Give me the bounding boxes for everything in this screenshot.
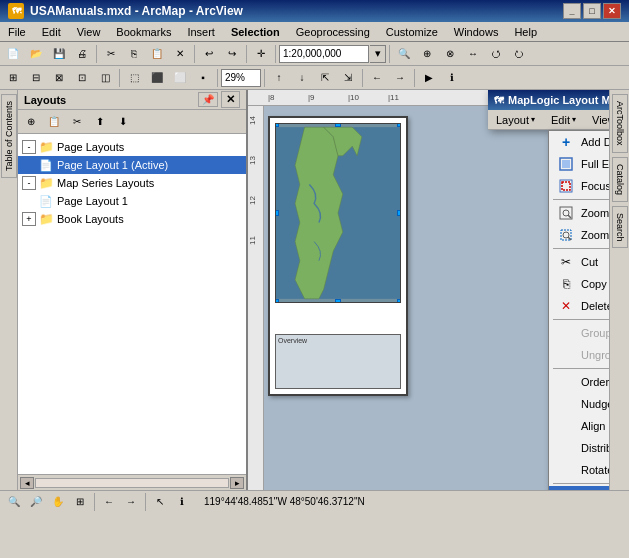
expander-book-layouts[interactable]: + — [22, 212, 36, 226]
tb2-7[interactable]: ⬛ — [146, 68, 168, 88]
scroll-track[interactable] — [35, 478, 229, 488]
panel-tb-5[interactable]: ⬇ — [112, 112, 134, 132]
ctx-focus-data-frame[interactable]: Focus Data Frame — [549, 175, 609, 197]
tb2-10[interactable]: ↑ — [268, 68, 290, 88]
ctx-ungroup[interactable]: Ungroup — [549, 344, 609, 366]
minimize-button[interactable]: _ — [563, 3, 581, 19]
tool3[interactable]: ⊗ — [439, 44, 461, 64]
pan-icon[interactable]: ✛ — [250, 44, 272, 64]
catalog-tab[interactable]: Catalog — [612, 157, 628, 202]
expander-map-series[interactable]: - — [22, 176, 36, 190]
delete-button[interactable]: ✕ — [169, 44, 191, 64]
save-button[interactable]: 💾 — [48, 44, 70, 64]
arctoolbox-tab[interactable]: ArcToolbox — [612, 94, 628, 153]
redo-button[interactable]: ↪ — [221, 44, 243, 64]
ctx-nudge[interactable]: Nudge ▶ — [549, 393, 609, 415]
panel-tb-2[interactable]: 📋 — [43, 112, 65, 132]
tb2-12[interactable]: ⇱ — [314, 68, 336, 88]
ctx-zoom-whole-page[interactable]: Zoom Whole Page — [549, 202, 609, 224]
tb2-13[interactable]: ⇲ — [337, 68, 359, 88]
info-tool[interactable]: ℹ — [172, 493, 192, 511]
tool6[interactable]: ⭮ — [508, 44, 530, 64]
tree-node-page-layouts[interactable]: - 📁 Page Layouts — [18, 138, 246, 156]
search-tab[interactable]: Search — [612, 206, 628, 249]
ctx-order[interactable]: Order ▶ — [549, 371, 609, 393]
zoom-input[interactable] — [221, 69, 261, 87]
ctx-add-data[interactable]: + Add Data... — [549, 131, 609, 153]
full-extent-tool[interactable]: ⊞ — [70, 493, 90, 511]
ctx-align[interactable]: Align ▶ — [549, 415, 609, 437]
menu-file[interactable]: File — [0, 22, 34, 41]
forward-view-tool[interactable]: → — [121, 493, 141, 511]
tb2-2[interactable]: ⊟ — [25, 68, 47, 88]
paste-button[interactable]: 📋 — [146, 44, 168, 64]
close-button[interactable]: ✕ — [603, 3, 621, 19]
menu-help[interactable]: Help — [506, 22, 545, 41]
ml-menu-layout[interactable]: Layout ▾ — [488, 110, 543, 129]
tb2-1[interactable]: ⊞ — [2, 68, 24, 88]
tool2[interactable]: ⊕ — [416, 44, 438, 64]
zoom-in-tool[interactable]: 🔍 — [4, 493, 24, 511]
maplogic-icon: 🗺 — [494, 95, 504, 106]
tb2-4[interactable]: ⊡ — [71, 68, 93, 88]
scale-input[interactable] — [279, 45, 369, 63]
tb2-16[interactable]: ▶ — [418, 68, 440, 88]
ctx-group[interactable]: Group — [549, 322, 609, 344]
ctx-delete[interactable]: ✕ Delete Delete — [549, 295, 609, 317]
tb2-3[interactable]: ⊠ — [48, 68, 70, 88]
scroll-left[interactable]: ◂ — [20, 477, 34, 489]
tb2-15[interactable]: → — [389, 68, 411, 88]
copy-button[interactable]: ⎘ — [123, 44, 145, 64]
ctx-copy[interactable]: ⎘ Copy Ctrl+C — [549, 273, 609, 295]
tb2-8[interactable]: ⬜ — [169, 68, 191, 88]
menu-selection[interactable]: Selection — [223, 22, 288, 41]
scroll-right[interactable]: ▸ — [230, 477, 244, 489]
expander-page-layouts[interactable]: - — [22, 140, 36, 154]
print-button[interactable]: 🖨 — [71, 44, 93, 64]
tree-node-map-series[interactable]: - 📁 Map Series Layouts — [18, 174, 246, 192]
menu-edit[interactable]: Edit — [34, 22, 69, 41]
panel-tb-4[interactable]: ⬆ — [89, 112, 111, 132]
ml-menu-edit[interactable]: Edit ▾ — [543, 110, 584, 129]
tb2-6[interactable]: ⬚ — [123, 68, 145, 88]
tb2-9[interactable]: ▪ — [192, 68, 214, 88]
ctx-rotate-flip[interactable]: Rotate or Flip ▶ — [549, 459, 609, 481]
tool5[interactable]: ⭯ — [485, 44, 507, 64]
tb2-11[interactable]: ↓ — [291, 68, 313, 88]
cut-button[interactable]: ✂ — [100, 44, 122, 64]
new-button[interactable]: 📄 — [2, 44, 24, 64]
zoom-out-tool[interactable]: 🔎 — [26, 493, 46, 511]
maximize-button[interactable]: □ — [583, 3, 601, 19]
ctx-properties[interactable]: Properties... — [549, 486, 609, 490]
menu-customize[interactable]: Customize — [378, 22, 446, 41]
undo-button[interactable]: ↩ — [198, 44, 220, 64]
ctx-zoom-selected[interactable]: Zoom to Selected Elements — [549, 224, 609, 246]
select-tool[interactable]: ↖ — [150, 493, 170, 511]
panel-tb-1[interactable]: ⊕ — [20, 112, 42, 132]
tb2-17[interactable]: ℹ — [441, 68, 463, 88]
pan-tool[interactable]: ✋ — [48, 493, 68, 511]
ctx-full-extent[interactable]: Full Extent — [549, 153, 609, 175]
tool1[interactable]: 🔍 — [393, 44, 415, 64]
panel-pin[interactable]: 📌 — [198, 92, 218, 107]
panel-close-button[interactable]: ✕ — [221, 91, 240, 108]
tree-node-page-layout-1-active[interactable]: 📄 Page Layout 1 (Active) — [18, 156, 246, 174]
menu-view[interactable]: View — [69, 22, 109, 41]
tree-node-book-layouts[interactable]: + 📁 Book Layouts — [18, 210, 246, 228]
menu-geoprocessing[interactable]: Geoprocessing — [288, 22, 378, 41]
toc-tab[interactable]: Table of Contents — [1, 94, 17, 178]
open-button[interactable]: 📂 — [25, 44, 47, 64]
tb2-5[interactable]: ◫ — [94, 68, 116, 88]
panel-tb-3[interactable]: ✂ — [66, 112, 88, 132]
tool4[interactable]: ↔ — [462, 44, 484, 64]
ml-menu-view[interactable]: View ▾ — [584, 110, 609, 129]
menu-bookmarks[interactable]: Bookmarks — [108, 22, 179, 41]
ctx-distribute[interactable]: Distribute ▶ — [549, 437, 609, 459]
menu-windows[interactable]: Windows — [446, 22, 507, 41]
back-view-tool[interactable]: ← — [99, 493, 119, 511]
tb2-14[interactable]: ← — [366, 68, 388, 88]
tree-node-map-series-layout1[interactable]: 📄 Page Layout 1 — [18, 192, 246, 210]
scale-dropdown[interactable]: ▾ — [370, 45, 386, 63]
menu-insert[interactable]: Insert — [179, 22, 223, 41]
ctx-cut[interactable]: ✂ Cut Ctrl+X — [549, 251, 609, 273]
